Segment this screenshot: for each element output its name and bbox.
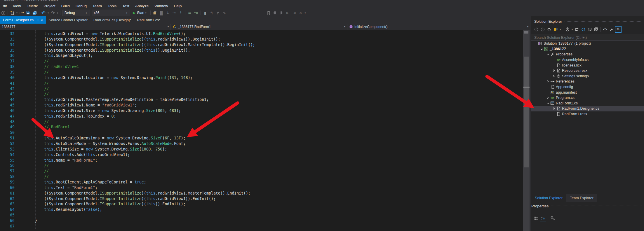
start-button[interactable]: ▶ Start ▾ — [131, 10, 149, 16]
tab-form1-designer-cs[interactable]: Form1.Designer.cs⊸× — [0, 16, 46, 24]
tree-item-resources-resx[interactable]: Resources.resx — [531, 68, 644, 74]
properties-header[interactable]: Properties — [531, 202, 644, 209]
menu-item-analyze[interactable]: Analyze — [132, 4, 152, 8]
tree-item-radform1-designer-cs[interactable]: RadForm1.Designer.cs — [531, 106, 644, 111]
menu-item-debug[interactable]: Debug — [73, 4, 90, 8]
attach-process-icon[interactable] — [152, 10, 158, 16]
undo-icon[interactable]: ↶ — [40, 10, 47, 16]
nav-back-icon[interactable] — [533, 27, 539, 32]
menu-item-help[interactable]: Help — [171, 4, 185, 8]
tree-item-licenses-licx[interactable]: licenses.licx — [531, 62, 644, 68]
undo-chevron[interactable]: ▾ — [47, 12, 50, 14]
alphabetical-sort-icon[interactable]: AZ — [540, 215, 546, 221]
tree-item-radform1-resx[interactable]: RadForm1.resx — [531, 111, 644, 117]
solution-platform-dropdown[interactable]: x86 ▾ — [92, 10, 130, 16]
menu-item-window[interactable]: Window — [152, 4, 171, 8]
pin-icon[interactable]: ⊸ — [36, 18, 39, 22]
menu-item-build[interactable]: Build — [58, 4, 73, 8]
show-all-files-icon[interactable] — [593, 27, 599, 32]
bookmarks-chevron[interactable]: ▾ — [304, 12, 307, 14]
tree-item-settings-settings[interactable]: Settings.settings — [531, 74, 644, 79]
find-in-files-icon[interactable]: ▮ — [202, 10, 208, 16]
menu-item-project[interactable]: Project — [41, 4, 58, 8]
tree-item-references[interactable]: References — [531, 79, 644, 84]
menu-item-dit[interactable]: dit — [0, 4, 10, 8]
switch-views-chevron[interactable]: ▾ — [559, 28, 562, 31]
prev-bookmark-folder-icon[interactable]: ⇤ — [285, 10, 291, 16]
chevron-collapsed-icon[interactable] — [545, 79, 550, 84]
tab-radform1-cs[interactable]: RadForm1.cs* — [134, 16, 163, 24]
categorized-icon[interactable] — [533, 215, 539, 221]
clear-bookmarks-icon[interactable]: ✕ — [297, 10, 304, 16]
next-bookmark-icon[interactable] — [278, 10, 285, 16]
breadcrumb-member-dropdown[interactable]: InitializeComponent() ▾ — [347, 24, 530, 30]
chevron-expanded-icon[interactable] — [545, 52, 550, 57]
switch-views-icon[interactable] — [553, 27, 558, 32]
scrollbar-grip[interactable] — [524, 31, 528, 34]
tab-radform1-cs-design[interactable]: RadForm1.cs [Design]* — [90, 16, 134, 24]
tab-source-control-explorer[interactable]: Source Control Explorer — [46, 16, 90, 24]
properties-wrench-icon[interactable] — [609, 27, 615, 32]
step-into-icon[interactable]: ⇣ — [165, 10, 171, 16]
chevron-expanded-icon[interactable] — [545, 101, 550, 106]
editor-scrollbar[interactable] — [523, 30, 530, 231]
solution-configuration-dropdown[interactable]: Debug ▾ — [62, 10, 90, 16]
menu-item-view[interactable]: View — [10, 4, 24, 8]
tab-solution-explorer[interactable]: Solution Explorer — [531, 194, 566, 202]
chevron-collapsed-icon[interactable] — [551, 68, 556, 73]
show-threads-icon[interactable]: ⁼≡ — [193, 10, 199, 16]
comment-icon[interactable]: ✎ — [221, 10, 228, 16]
step-over-icon[interactable]: ↷ — [171, 10, 177, 16]
tree-item-program-cs[interactable]: C#Program.cs — [531, 95, 644, 101]
start-chevron[interactable]: ▾ — [145, 12, 147, 14]
code-editor[interactable]: 32 this.radGridView1 = new Telerik.WinCo… — [0, 30, 523, 231]
toggle-bookmark-icon[interactable] — [265, 10, 272, 16]
next-bookmark-folder-icon[interactable]: ⇥ — [291, 10, 297, 16]
tree-item-solution-1386177-1-project[interactable]: Solution '1386177' (1 project) — [531, 41, 644, 46]
chevron-collapsed-icon[interactable] — [551, 106, 556, 111]
step-out-icon[interactable]: ⇡ — [177, 10, 184, 16]
nest-related-files-icon[interactable] — [587, 27, 593, 32]
menu-item-team[interactable]: Team — [90, 4, 105, 8]
solution-search-box[interactable] — [531, 34, 644, 41]
navigate-forward-icon[interactable]: ↱ — [215, 10, 221, 16]
scrollbar-thumb[interactable] — [524, 57, 529, 167]
menu-item-telerik[interactable]: Telerik — [24, 4, 41, 8]
close-icon[interactable]: × — [41, 18, 43, 22]
breadcrumb-type-dropdown[interactable]: _1386177.RadForm1 ▾ — [171, 24, 347, 30]
redo-chevron[interactable]: ▾ — [56, 12, 59, 14]
prev-bookmark-icon[interactable] — [272, 10, 278, 16]
tree-item-radform1-cs[interactable]: RadForm1.cs — [531, 101, 644, 106]
tree-item-assemblyinfo-cs[interactable]: C#AssemblyInfo.cs — [531, 57, 644, 63]
home-icon[interactable] — [546, 27, 552, 32]
new-project-icon[interactable] — [9, 10, 15, 16]
chevron-expanded-icon[interactable] — [539, 47, 544, 51]
tree-item-app-config[interactable]: App.config — [531, 84, 644, 90]
tree-item-1386177[interactable]: C#_1386177 — [531, 46, 644, 52]
redo-icon[interactable]: ↷ — [50, 10, 56, 16]
save-all-icon[interactable] — [31, 10, 38, 16]
chevron-collapsed-icon[interactable] — [545, 95, 550, 100]
property-pages-icon[interactable] — [550, 215, 556, 221]
pending-changes-chevron[interactable]: ▾ — [571, 28, 574, 31]
open-file-icon[interactable] — [18, 10, 25, 16]
navigate-backward-icon[interactable]: ↰ — [208, 10, 215, 16]
tree-item-properties[interactable]: Properties — [531, 52, 644, 57]
new-project-chevron[interactable]: ▾ — [15, 12, 18, 14]
menu-item-tools[interactable]: Tools — [105, 4, 119, 8]
save-icon[interactable] — [25, 10, 31, 16]
solution-explorer-header[interactable]: Solution Explorer — [531, 18, 644, 25]
tree-item-app-manifest[interactable]: app.manifest — [531, 90, 644, 95]
nav-backward-icon[interactable] — [0, 10, 6, 16]
search-input[interactable] — [531, 34, 643, 41]
refresh-icon[interactable] — [580, 27, 586, 32]
nav-forward-icon[interactable] — [540, 27, 546, 32]
pending-changes-filter-icon[interactable] — [565, 27, 570, 32]
break-all-icon[interactable]: ▐▌ — [158, 10, 165, 16]
sync-with-active-document-icon[interactable] — [574, 27, 580, 32]
chevron-collapsed-icon[interactable] — [551, 74, 556, 78]
show-output-icon[interactable]: ≣ — [187, 10, 193, 16]
breadcrumb-project-dropdown[interactable]: 1386177 ▾ — [0, 24, 171, 30]
view-code-icon[interactable]: <> — [602, 27, 608, 32]
menu-item-test[interactable]: Test — [119, 4, 132, 8]
